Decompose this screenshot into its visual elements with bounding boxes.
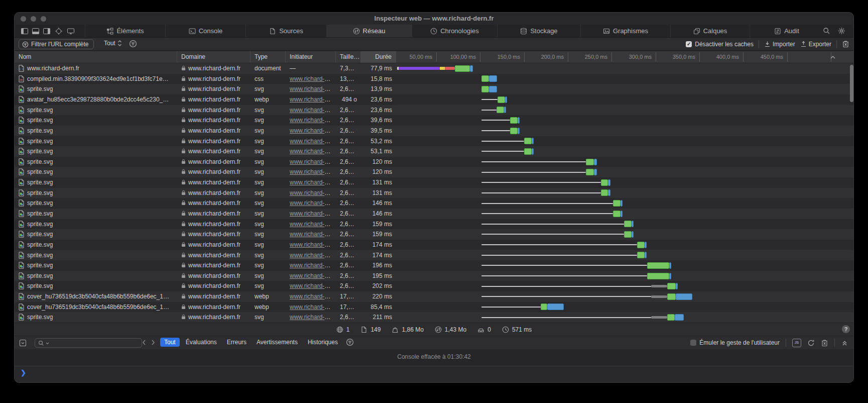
tab-graphismes[interactable]: Graphismes [580,25,670,37]
export-button[interactable]: Exporter [800,41,831,48]
table-row[interactable]: sprite.svg www.richard-dern.fr svg www.r… [15,198,853,209]
initiator-link[interactable]: www.richard-d… [290,231,334,238]
disable-caches-checkbox[interactable]: ✓ Désactiver les caches [686,41,754,48]
resource-type-dropdown[interactable]: Tout [104,40,122,47]
reload-icon[interactable] [807,339,815,347]
gear-icon[interactable] [838,27,845,35]
table-row[interactable]: sprite.svg www.richard-dern.fr svg www.r… [15,146,853,157]
table-row[interactable]: sprite.svg www.richard-dern.fr svg www.r… [15,271,853,281]
tab-console[interactable]: Console [165,25,245,37]
initiator-link[interactable]: www.richard-d… [290,282,334,289]
next-result-button[interactable] [150,339,156,346]
console-scope-tout[interactable]: Tout [160,338,180,347]
initiator-link[interactable]: www.richard-d… [290,241,334,248]
initiator-link[interactable]: www.richard-d… [290,272,334,279]
console-filter-icon[interactable] [346,338,354,346]
table-row[interactable]: sprite.svg www.richard-dern.fr svg www.r… [15,312,853,323]
column-header-domaine[interactable]: Domaine [177,51,251,63]
table-row[interactable]: sprite.svg www.richard-dern.fr svg www.r… [15,229,853,240]
initiator-link[interactable]: www.richard-d… [290,314,334,321]
initiator-link[interactable]: www.richard-d… [290,117,334,124]
initiator-link[interactable]: www.richard-d… [290,179,334,186]
filter-options-icon[interactable] [129,40,137,48]
dock-right-icon[interactable] [43,27,51,35]
import-button[interactable]: Importer [764,41,795,48]
table-row[interactable]: cover_hu736519dc3b5040cfa48b6b559b6de6ec… [15,291,853,302]
clear-network-items-icon[interactable] [842,40,849,48]
js-context-icon[interactable]: JS [792,339,801,347]
scrollbar[interactable] [849,63,854,323]
table-row[interactable]: sprite.svg www.richard-dern.fr svg www.r… [15,126,853,136]
tab-audit[interactable]: Audit [750,25,823,37]
resource-name: compiled.min.38390909f303624ed9e1cf1bd3f… [15,74,177,84]
table-row[interactable]: avatar_hu85ecc3e298728880b0bde2dcc4e5c23… [15,94,853,105]
table-row[interactable]: sprite.svg www.richard-dern.fr svg www.r… [15,84,853,94]
initiator-link[interactable]: www.richard-d… [290,127,334,134]
table-row[interactable]: sprite.svg www.richard-dern.fr svg www.r… [15,167,853,177]
table-row[interactable]: sprite.svg www.richard-dern.fr svg www.r… [15,188,853,198]
double-chevron-up-icon[interactable] [841,339,848,347]
emulate-user-gesture-checkbox[interactable]: Émuler le geste de l'utilisateur [690,339,780,346]
chevron-up-icon[interactable] [829,54,836,61]
inspect-element-icon[interactable] [55,27,63,35]
tab-sources[interactable]: Sources [245,25,326,37]
table-row[interactable]: sprite.svg www.richard-dern.fr svg www.r… [15,136,853,147]
console-prompt[interactable]: ❯ [15,366,853,383]
column-header-taille[interactable]: Taille… [336,51,361,63]
table-row[interactable]: sprite.svg www.richard-dern.fr svg www.r… [15,240,853,250]
console-search-input[interactable] [35,338,142,348]
table-row[interactable]: sprite.svg www.richard-dern.fr svg www.r… [15,157,853,167]
initiator-link[interactable]: www.richard-d… [290,85,334,92]
console-scope-erreurs[interactable]: Erreurs [223,338,251,347]
table-row[interactable]: sprite.svg www.richard-dern.fr svg www.r… [15,281,853,291]
column-header-nom[interactable]: Nom [15,51,177,63]
table-row[interactable]: sprite.svg www.richard-dern.fr svg www.r… [15,250,853,261]
initiator-link[interactable]: www.richard-d… [290,252,334,259]
table-row[interactable]: cover_hu736519dc3b5040cfa48b6b559b6de6ec… [15,302,853,313]
device-icon[interactable] [67,27,75,35]
tab-stockage[interactable]: Stockage [497,25,580,37]
dock-bottom-icon[interactable] [32,27,40,35]
console-scope-avertissements[interactable]: Avertissements [253,338,302,347]
dock-left-icon[interactable] [21,27,29,35]
table-row[interactable]: sprite.svg www.richard-dern.fr svg www.r… [15,105,853,116]
initiator-link[interactable]: www.richard-d… [290,107,334,114]
tab-chronologies[interactable]: Chronologies [412,25,497,37]
column-header-type[interactable]: Type [251,51,286,63]
tab-reseau[interactable]: Réseau [326,25,412,37]
table-row[interactable]: sprite.svg www.richard-dern.fr svg www.r… [15,115,853,126]
initiator-link[interactable]: www.richard-d… [290,293,334,300]
initiator-link[interactable]: www.richard-d… [290,96,334,103]
initiator-link[interactable]: www.richard-d… [290,199,334,207]
initiator-link[interactable]: www.richard-d… [290,158,334,165]
tab-elements[interactable]: Éléments [85,25,165,37]
filter-url-button[interactable]: Filtrer l'URL complète [19,39,94,49]
console-scope-evaluations[interactable]: Évaluations [182,338,221,347]
initiator-link[interactable]: www.richard-d… [290,304,334,311]
column-header-initiateur[interactable]: Initiateur [286,51,336,63]
table-row[interactable]: sprite.svg www.richard-dern.fr svg www.r… [15,177,853,188]
search-icon[interactable] [823,27,830,35]
initiator-link[interactable]: www.richard-d… [290,189,334,196]
console-toggle-icon[interactable] [19,339,27,347]
scrollbar-thumb[interactable] [850,65,853,102]
initiator-link[interactable]: www.richard-d… [290,210,334,217]
table-row[interactable]: sprite.svg www.richard-dern.fr svg www.r… [15,260,853,271]
initiator-link[interactable]: www.richard-d… [290,148,334,155]
initiator-link[interactable]: www.richard-d… [290,138,334,145]
initiator-link[interactable]: www.richard-d… [290,168,334,175]
resource-initiator: www.richard-d… [286,209,336,219]
resource-name: sprite.svg [15,105,177,116]
table-row[interactable]: www.richard-dern.fr www.richard-dern.fr … [15,63,853,74]
table-row[interactable]: compiled.min.38390909f303624ed9e1cf1bd3f… [15,74,853,84]
initiator-link[interactable]: www.richard-d… [290,221,334,228]
tab-calques[interactable]: Calques [670,25,750,37]
previous-result-button[interactable] [141,339,147,346]
initiator-link[interactable]: www.richard-d… [290,262,334,269]
help-button[interactable]: ? [842,325,850,333]
table-row[interactable]: sprite.svg www.richard-dern.fr svg www.r… [15,219,853,230]
console-scope-historiques[interactable]: Historiques [304,338,342,347]
initiator-link[interactable]: www.richard-d… [290,75,334,82]
clear-console-icon[interactable] [821,339,828,347]
table-row[interactable]: sprite.svg www.richard-dern.fr svg www.r… [15,209,853,219]
